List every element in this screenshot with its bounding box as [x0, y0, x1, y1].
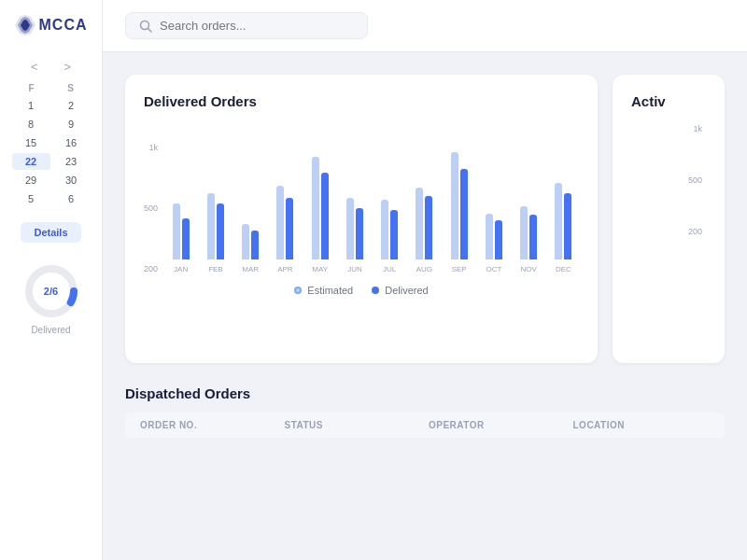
calendar-nav: < >	[27, 58, 75, 76]
logo-icon	[15, 15, 35, 35]
bar-group: APR	[270, 147, 301, 273]
col-location: LOCATION	[573, 420, 711, 430]
active-bar-delivered	[642, 287, 652, 348]
bar-delivered	[425, 196, 432, 259]
bar-estimated	[451, 152, 458, 260]
cal-day[interactable]: 2	[52, 97, 91, 114]
bar-month-label: JAN	[174, 265, 188, 273]
bar-delivered	[321, 173, 329, 260]
main-content: Delivered Orders 1k 500 200 JANFEBMARAPR…	[103, 0, 747, 560]
active-bar-group	[678, 236, 698, 348]
bar-group: JAN	[165, 147, 196, 273]
active-bar-estimated	[631, 276, 641, 348]
active-bar-group	[631, 236, 652, 348]
legend-estimated: Estimated	[294, 285, 353, 296]
y-axis-labels: 1k 500 200	[144, 143, 158, 273]
bar-estimated	[207, 193, 215, 260]
bar-delivered	[390, 210, 398, 259]
active-bar-delivered	[689, 276, 698, 348]
bar-estimated	[276, 186, 284, 259]
bar-month-label: AUG	[416, 265, 432, 273]
delivered-orders-card: Delivered Orders 1k 500 200 JANFEBMARAPR…	[125, 75, 598, 363]
search-input[interactable]	[160, 19, 354, 33]
bar-group: JUN	[339, 147, 370, 273]
col-order-no: ORDER NO.	[140, 420, 277, 430]
bar-month-label: SEP	[452, 265, 467, 273]
y-label-500: 500	[144, 203, 158, 213]
bar-group: NOV	[514, 147, 544, 273]
sidebar: MCCA < > F S 128915162223293056 Details …	[0, 0, 103, 560]
delivered-bar-chart: 1k 500 200 JANFEBMARAPRMAYJUNJULAUGSEPOC…	[144, 124, 579, 273]
bar-estimated	[242, 224, 249, 260]
search-icon	[139, 20, 152, 33]
delivered-chart-title: Delivered Orders	[144, 93, 579, 109]
cal-day[interactable]: 29	[12, 172, 50, 189]
bar-group: OCT	[478, 147, 509, 273]
bar-delivered	[286, 198, 293, 259]
cal-header-f: F	[12, 83, 51, 93]
bar-group: MAR	[235, 147, 266, 273]
y-label-1k: 1k	[149, 143, 159, 152]
bar-month-label: JUL	[383, 265, 396, 273]
active-bars	[631, 236, 706, 348]
bar-estimated	[381, 200, 388, 259]
calendar-grid: 128915162223293056	[12, 97, 91, 207]
calendar: F S 128915162223293056	[12, 83, 91, 207]
bar-estimated	[520, 206, 528, 259]
bar-delivered	[460, 169, 468, 259]
cal-day[interactable]: 23	[52, 153, 91, 170]
topbar	[103, 0, 747, 52]
donut-label: Delivered	[31, 325, 70, 335]
bar-month-label: OCT	[486, 265, 501, 273]
dispatched-section: Dispatched Orders ORDER NO. STATUS OPERA…	[125, 385, 725, 438]
next-month-button[interactable]: >	[61, 58, 76, 76]
bar-month-label: MAY	[312, 265, 328, 273]
active-y-200: 200	[688, 227, 702, 236]
legend-dot-estimated	[294, 287, 302, 294]
svg-line-6	[148, 28, 152, 32]
active-chart-card: Activ 1k 500 200	[613, 75, 725, 363]
cal-day[interactable]: 8	[12, 116, 50, 133]
cal-day[interactable]: 16	[52, 134, 91, 151]
bar-delivered	[217, 203, 224, 260]
bar-estimated	[173, 203, 180, 260]
active-bar-estimated	[678, 266, 687, 348]
legend-dot-delivered	[372, 287, 379, 294]
bar-group: JUL	[374, 147, 405, 273]
bar-delivered	[564, 193, 571, 260]
legend-delivered-label: Delivered	[385, 285, 428, 296]
cal-day[interactable]: 9	[52, 116, 91, 133]
active-bar-delivered	[666, 309, 675, 348]
active-y-500: 500	[688, 175, 702, 185]
search-wrap[interactable]	[125, 12, 368, 39]
active-chart-title: Activ	[631, 93, 706, 109]
bar-estimated	[555, 183, 562, 260]
bar-month-label: MAR	[242, 265, 259, 273]
bar-group: MAY	[304, 147, 335, 273]
legend-delivered: Delivered	[372, 285, 428, 296]
cal-day[interactable]: 30	[52, 172, 91, 189]
active-bar-group	[655, 236, 675, 348]
donut-value: 2/6	[44, 286, 58, 297]
cal-day[interactable]: 15	[12, 134, 50, 151]
active-y-1k: 1k	[693, 124, 702, 133]
bar-month-label: NOV	[520, 265, 536, 273]
bar-estimated	[312, 157, 319, 259]
bars-container: JANFEBMARAPRMAYJUNJULAUGSEPOCTNOVDEC	[165, 143, 579, 273]
details-button[interactable]: Details	[21, 222, 80, 243]
content-area: Delivered Orders 1k 500 200 JANFEBMARAPR…	[103, 52, 747, 560]
bar-group: FEB	[200, 147, 231, 273]
bar-delivered	[356, 208, 363, 259]
cal-day[interactable]: 6	[52, 190, 91, 207]
bar-month-label: JUN	[347, 265, 362, 273]
prev-month-button[interactable]: <	[27, 58, 42, 76]
bar-month-label: APR	[277, 265, 292, 273]
cal-day[interactable]: 5	[12, 190, 50, 207]
bar-delivered	[495, 220, 502, 259]
charts-row: Delivered Orders 1k 500 200 JANFEBMARAPR…	[125, 75, 725, 363]
col-operator: OPERATOR	[429, 420, 566, 430]
donut-area: 2/6 Delivered	[21, 261, 81, 335]
cal-day[interactable]: 22	[12, 153, 50, 170]
donut-chart: 2/6	[21, 261, 81, 321]
cal-day[interactable]: 1	[12, 97, 50, 114]
